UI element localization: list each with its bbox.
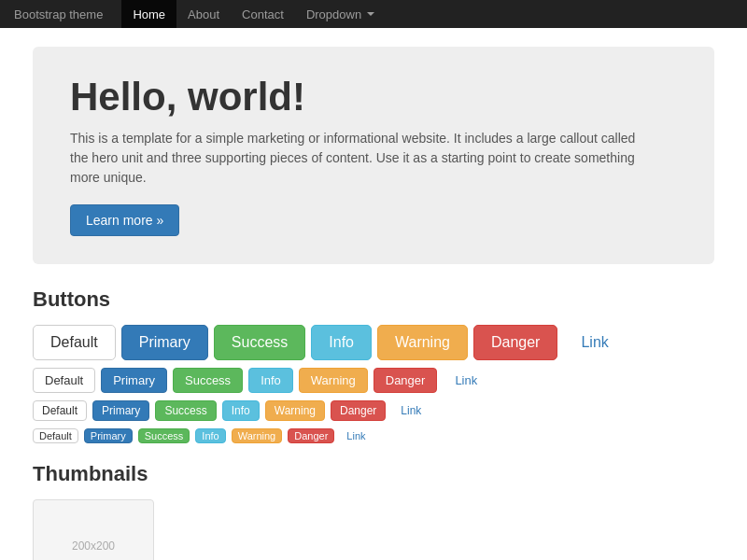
hero-heading: Hello, world!	[70, 75, 677, 119]
btn-success-sm[interactable]: Success	[155, 400, 216, 421]
btn-warning-lg[interactable]: Warning	[377, 325, 468, 360]
btn-success-xs[interactable]: Success	[138, 428, 190, 443]
btn-primary-lg[interactable]: Primary	[121, 325, 208, 360]
button-row-lg: Default Primary Success Info Warning Dan…	[33, 325, 714, 360]
btn-link-xs[interactable]: Link	[340, 428, 372, 443]
btn-warning-sm[interactable]: Warning	[265, 400, 325, 421]
btn-default-lg[interactable]: Default	[33, 325, 116, 360]
btn-success-md[interactable]: Success	[173, 368, 243, 393]
btn-danger-md[interactable]: Danger	[374, 368, 438, 393]
buttons-section: Buttons Default Primary Success Info War…	[33, 287, 714, 443]
btn-warning-xs[interactable]: Warning	[232, 428, 283, 443]
button-row-md: Default Primary Success Info Warning Dan…	[33, 368, 714, 393]
btn-info-md[interactable]: Info	[248, 368, 293, 393]
navbar: Bootstrap theme Home About Contact Dropd…	[0, 0, 747, 28]
nav-items: Home About Contact Dropdown	[121, 0, 386, 28]
thumbnails-section-title: Thumbnails	[33, 462, 714, 486]
chevron-down-icon	[367, 12, 374, 16]
btn-default-xs[interactable]: Default	[33, 428, 78, 443]
btn-default-sm[interactable]: Default	[33, 400, 87, 421]
hero-description: This is a template for a simple marketin…	[70, 129, 649, 188]
btn-danger-sm[interactable]: Danger	[331, 400, 386, 421]
btn-primary-sm[interactable]: Primary	[92, 400, 149, 421]
main-content: Hello, world! This is a template for a s…	[19, 28, 728, 560]
dropdown-label: Dropdown	[306, 7, 361, 21]
btn-primary-xs[interactable]: Primary	[84, 428, 133, 443]
learn-more-button[interactable]: Learn more »	[70, 204, 179, 236]
btn-default-md[interactable]: Default	[33, 368, 95, 393]
button-row-sm: Default Primary Success Info Warning Dan…	[33, 400, 714, 421]
btn-warning-md[interactable]: Warning	[299, 368, 368, 393]
btn-info-lg[interactable]: Info	[311, 325, 372, 360]
navbar-brand[interactable]: Bootstrap theme	[14, 7, 103, 21]
nav-item-contact[interactable]: Contact	[231, 0, 295, 28]
nav-item-about[interactable]: About	[176, 0, 231, 28]
btn-link-md[interactable]: Link	[443, 368, 489, 393]
btn-danger-xs[interactable]: Danger	[288, 428, 334, 443]
thumbnails-section: Thumbnails 200x200	[33, 462, 714, 560]
buttons-section-title: Buttons	[33, 287, 714, 312]
button-row-xs: Default Primary Success Info Warning Dan…	[33, 428, 714, 443]
btn-info-sm[interactable]: Info	[222, 400, 260, 421]
btn-info-xs[interactable]: Info	[195, 428, 225, 443]
btn-primary-md[interactable]: Primary	[101, 368, 167, 393]
btn-success-lg[interactable]: Success	[214, 325, 305, 360]
jumbotron: Hello, world! This is a template for a s…	[33, 47, 714, 264]
btn-link-lg[interactable]: Link	[563, 325, 626, 360]
thumbnail-label: 200x200	[72, 539, 115, 553]
nav-item-home[interactable]: Home	[121, 0, 176, 28]
btn-link-sm[interactable]: Link	[391, 400, 430, 421]
thumbnail-placeholder: 200x200	[33, 499, 154, 560]
nav-item-dropdown[interactable]: Dropdown	[295, 0, 386, 28]
btn-danger-lg[interactable]: Danger	[473, 325, 557, 360]
